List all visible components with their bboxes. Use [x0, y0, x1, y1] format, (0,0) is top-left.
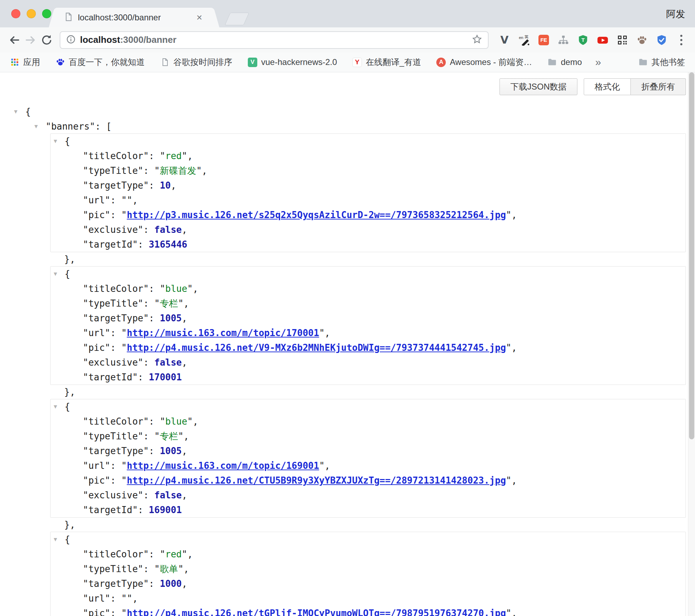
json-key: "typeTitle" [83, 298, 143, 309]
zoom-window-button[interactable] [42, 9, 51, 18]
bookmark-star-icon[interactable] [472, 34, 482, 46]
json-url-link[interactable]: http://music.163.com/m/topic/169001 [127, 460, 319, 471]
tab-strip: localhost:3000/banner × 阿发 [0, 0, 695, 27]
bookmark-item-demo[interactable]: demo [548, 57, 582, 67]
format-button[interactable]: 格式化 [584, 78, 631, 95]
back-button[interactable] [6, 32, 22, 48]
collapse-triangle-icon[interactable]: ▼ [54, 134, 57, 149]
youtube-icon[interactable] [597, 34, 609, 46]
json-colon: : [138, 239, 149, 250]
t-shield-icon[interactable]: T [577, 34, 589, 46]
json-number-value: 1005 [160, 313, 182, 323]
other-bookmarks-folder[interactable]: 其他书签 [638, 57, 685, 68]
json-quote: " [154, 564, 160, 574]
json-comma: , [193, 416, 198, 427]
json-close-brace: }, [64, 519, 75, 530]
json-colon: : [149, 549, 160, 559]
json-object-box: ▼{"titleColor": "red","typeTitle": "歌单",… [50, 532, 686, 616]
forward-button[interactable] [22, 32, 39, 48]
vertical-scrollbar[interactable] [688, 72, 695, 616]
translate-pen-icon[interactable]: en英 [518, 34, 530, 46]
json-property-line: "targetType": 1005, [51, 444, 686, 458]
json-number-value: 3165446 [149, 239, 187, 250]
paw-icon[interactable] [636, 34, 648, 46]
json-comma: , [132, 195, 138, 205]
new-tab-button[interactable] [225, 13, 249, 25]
json-quote: " [160, 416, 165, 427]
tab-close-icon[interactable]: × [194, 12, 204, 23]
youdao-favicon-icon: Y [352, 58, 362, 67]
bookmark-item-vue-hackernews[interactable]: V vue-hackernews-2.0 [248, 57, 337, 67]
collapse-triangle-icon[interactable]: ▼ [54, 267, 57, 281]
active-tab[interactable]: localhost:3000/banner × [57, 8, 211, 27]
json-quote: " [182, 549, 187, 559]
json-key: "titleColor" [83, 151, 149, 161]
json-quote: " [196, 165, 202, 176]
svg-text:T: T [581, 37, 584, 43]
json-key: "banners" [46, 121, 95, 132]
json-open-brace: { [65, 269, 70, 279]
json-open-brace: { [65, 534, 70, 545]
json-colon: : [138, 372, 149, 382]
json-url-link[interactable]: http://p4.music.126.net/tGPljf-IMOCyPvum… [127, 608, 506, 616]
fe-extension-icon[interactable]: FE [538, 34, 550, 46]
json-key: "targetId" [83, 505, 138, 515]
json-quote: " [506, 342, 511, 353]
profile-name[interactable]: 阿发 [666, 8, 685, 20]
json-url-link[interactable]: http://music.163.com/m/topic/170001 [127, 328, 319, 338]
bookmark-item-awesomes[interactable]: A Awesomes - 前端资… [436, 57, 532, 68]
json-colon: : [149, 416, 160, 427]
json-quote: " [506, 475, 511, 486]
page-info-icon[interactable] [66, 34, 76, 46]
scrollbar-thumb[interactable] [689, 72, 694, 439]
bookmark-item-google-sort[interactable]: 谷歌按时间排序 [160, 57, 232, 68]
json-quote: " [154, 165, 160, 176]
collapse-triangle-icon[interactable]: ▼ [54, 399, 57, 414]
traffic-lights [11, 9, 51, 18]
json-comma: , [182, 313, 187, 323]
bookmark-item-youdao[interactable]: Y 在线翻译_有道 [352, 57, 421, 68]
json-string-value: 新碟首发 [160, 165, 196, 176]
vue-devtools-icon[interactable]: V [498, 34, 510, 46]
collapse-triangle-icon[interactable]: ▼ [54, 532, 57, 547]
other-bookmarks-label: 其他书签 [651, 57, 685, 68]
qr-code-icon[interactable] [616, 34, 628, 46]
json-comma: , [511, 608, 517, 616]
json-comma: , [193, 283, 198, 294]
json-url-link[interactable]: http://p3.music.126.net/s25q2x5QyqsAzilC… [127, 210, 506, 220]
json-property-line: "url": "", [51, 591, 686, 606]
download-json-button[interactable]: 下载JSON数据 [499, 78, 577, 95]
json-url-link[interactable]: http://p4.music.126.net/CTU5B9R9y3XyYBZX… [127, 475, 506, 486]
json-key: "url" [83, 328, 110, 338]
sitemap-icon[interactable] [557, 34, 569, 46]
json-quote: " [121, 460, 127, 471]
bookmark-item-baidu[interactable]: 百度一下，你就知道 [55, 57, 145, 68]
bookmarks-overflow-icon[interactable]: » [595, 56, 601, 68]
svg-text:en: en [519, 35, 523, 39]
json-comma: , [325, 460, 330, 471]
json-colon: : [143, 298, 154, 309]
json-comma: , [184, 564, 189, 574]
collapse-all-button[interactable]: 折叠所有 [631, 78, 686, 95]
minimize-window-button[interactable] [27, 9, 36, 18]
collapse-triangle-icon[interactable]: ▼ [34, 119, 38, 134]
json-key: "pic" [83, 210, 110, 220]
json-comma: , [184, 298, 189, 309]
shield-check-icon[interactable] [656, 34, 668, 46]
json-url-link[interactable]: http://p4.music.126.net/V9-MXz6b2MNhEKju… [127, 342, 506, 353]
json-colon: : [143, 490, 154, 500]
json-colon: : [95, 121, 106, 132]
browser-menu-icon[interactable] [675, 35, 687, 45]
json-key: "typeTitle" [83, 431, 143, 441]
bookmark-item-apps[interactable]: 应用 [10, 57, 40, 68]
reload-button[interactable] [39, 32, 55, 48]
json-property-line: "titleColor": "red", [51, 149, 686, 163]
address-bar[interactable]: localhost:3000/banner [60, 31, 489, 49]
close-window-button[interactable] [11, 9, 20, 18]
json-comma: , [184, 431, 189, 441]
json-quote: " [154, 298, 160, 309]
json-colon: : [149, 151, 160, 161]
json-close-brace: }, [64, 254, 75, 264]
bookmarks-bar: 应用 百度一下，你就知道 谷歌按时间排序 V vue-hackernews-2.… [0, 52, 695, 72]
collapse-triangle-icon[interactable]: ▼ [14, 104, 18, 119]
